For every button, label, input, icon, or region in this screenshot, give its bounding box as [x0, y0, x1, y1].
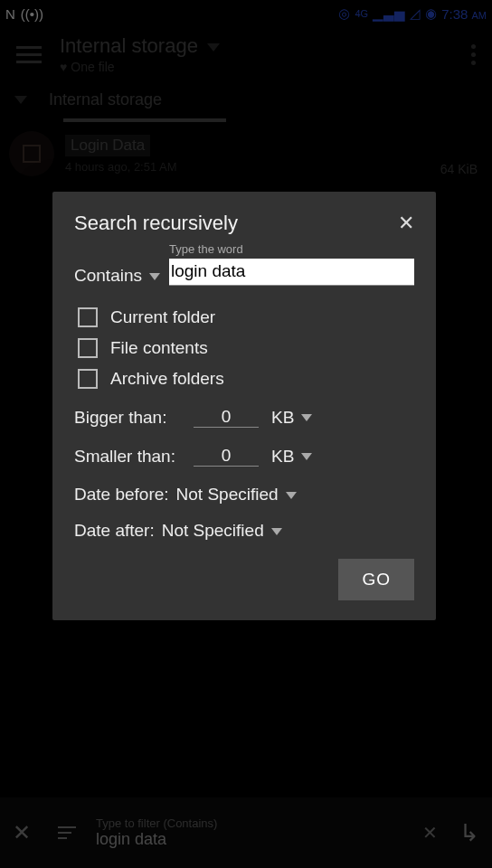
filter-close-icon[interactable]: ✕	[13, 820, 31, 845]
chevron-down-icon	[271, 528, 282, 535]
checkbox-icon	[78, 307, 98, 327]
date-before-dropdown[interactable]: Not Specified	[176, 485, 297, 505]
close-icon[interactable]: ✕	[398, 212, 414, 235]
search-input[interactable]	[169, 259, 414, 286]
bigger-than-input[interactable]	[194, 407, 259, 428]
date-after-label: Date after:	[74, 521, 155, 541]
search-dialog: Search recursively ✕ Contains Type the w…	[52, 192, 436, 620]
date-after-dropdown[interactable]: Not Specified	[162, 521, 282, 541]
search-input-hint: Type the word	[169, 242, 243, 256]
checkbox-icon	[78, 369, 98, 389]
chevron-down-icon	[301, 414, 312, 421]
filter-input[interactable]: Type to filter (Contains) login data	[96, 816, 422, 849]
filter-clear-icon[interactable]: ✕	[422, 822, 438, 844]
checkbox-file-contents[interactable]: File contents	[78, 338, 414, 358]
checkbox-icon	[78, 338, 98, 358]
chevron-down-icon	[149, 273, 160, 280]
date-before-label: Date before:	[74, 485, 169, 505]
filter-sort-icon[interactable]	[58, 826, 76, 839]
chevron-down-icon	[286, 492, 297, 499]
dialog-title: Search recursively	[74, 212, 238, 235]
smaller-than-label: Smaller than:	[74, 447, 181, 467]
filter-value: login data	[96, 830, 422, 849]
go-button[interactable]: GO	[338, 559, 414, 600]
filter-submit-icon[interactable]: ↳	[459, 819, 479, 847]
checkbox-archive-folders[interactable]: Archive folders	[78, 369, 414, 389]
search-mode-dropdown[interactable]: Contains	[74, 266, 160, 286]
smaller-unit-dropdown[interactable]: KB	[271, 447, 312, 467]
smaller-than-input[interactable]	[194, 446, 259, 467]
filter-bar: ✕ Type to filter (Contains) login data ✕…	[0, 797, 492, 868]
bigger-unit-dropdown[interactable]: KB	[271, 408, 312, 428]
filter-hint: Type to filter (Contains)	[96, 816, 422, 830]
checkbox-current-folder[interactable]: Current folder	[78, 307, 414, 327]
chevron-down-icon	[301, 453, 312, 460]
bigger-than-label: Bigger than:	[74, 408, 181, 428]
